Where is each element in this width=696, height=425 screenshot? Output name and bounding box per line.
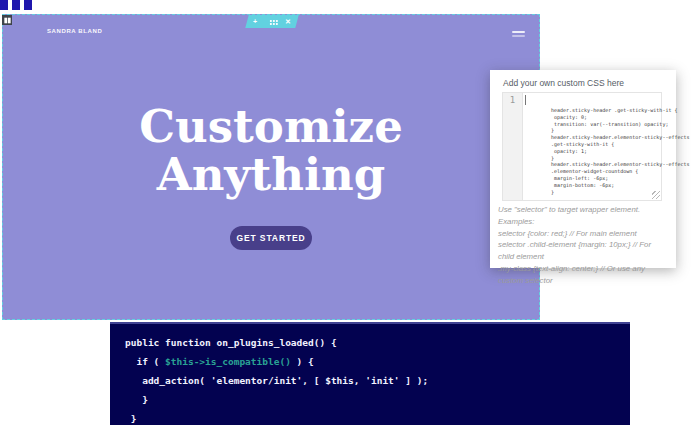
css-code-editor[interactable]: 1 header.sticky-header .get-sticky-with-… [502,92,662,201]
php-code-block: public function on_plugins_loaded() { if… [110,322,630,425]
hero-section: + ✕ SANDRA BLAND Customize Anything GET … [2,14,540,320]
hero-heading: Customize Anything [3,103,539,199]
columns-icon [4,17,11,24]
menu-icon[interactable] [512,31,525,39]
get-started-button[interactable]: GET STARTED [230,226,312,250]
screenshot-canvas: + ✕ SANDRA BLAND Customize Anything GET … [0,0,696,425]
editor-chrome-squares [0,0,32,10]
chrome-square-icon [0,0,8,10]
hero-heading-line2: Anything [3,151,539,199]
line-number-gutter: 1 [503,93,523,200]
editor-content[interactable]: header.sticky-header .get-sticky-with-it… [523,93,661,200]
drag-section-icon[interactable] [270,21,272,23]
menu-bar [512,35,525,37]
panel-title: Add your own custom CSS here [503,78,624,88]
column-handle-icon[interactable] [2,15,12,25]
site-title[interactable]: SANDRA BLAND [47,28,102,34]
section-edit-handle[interactable]: + ✕ [245,15,298,28]
php-code-text: public function on_plugins_loaded() { if… [110,324,630,425]
drag-dots-glyph [270,20,272,22]
menu-bar [512,31,525,33]
resize-handle-icon[interactable] [652,191,660,199]
text-caret [525,95,526,105]
css-code-text: header.sticky-header .get-sticky-with-it… [551,107,689,195]
add-section-icon[interactable]: + [253,15,257,28]
custom-css-panel: Add your own custom CSS here 1 header.st… [490,70,676,268]
delete-section-icon[interactable]: ✕ [285,15,291,28]
hero-heading-line1: Customize [3,103,539,151]
css-helper-text: Use "selector" to target wrapper element… [498,204,668,287]
chrome-square-icon [12,0,20,10]
chrome-square-icon [24,0,32,10]
